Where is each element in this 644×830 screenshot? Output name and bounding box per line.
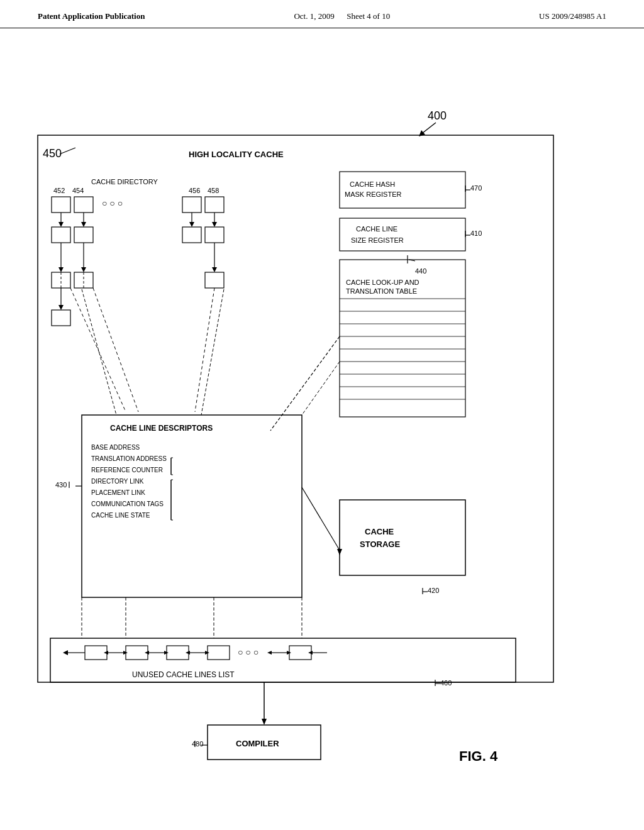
unused-box-4	[208, 646, 230, 660]
header-sheet: Sheet 4 of 10	[347, 11, 390, 21]
svg-marker-16	[81, 267, 86, 272]
main-diagram: 400 450 HIGH LOCALITY CACHE CACHE DIRECT…	[0, 28, 644, 821]
ref-480: 480	[192, 740, 203, 748]
cd-box-3-3	[205, 272, 224, 288]
ref-450: 450	[43, 147, 62, 160]
ref-440: 440	[415, 267, 426, 275]
page-header: Patent Application Publication Oct. 1, 2…	[0, 0, 644, 28]
cd-box-2-1	[52, 227, 70, 243]
header-date-sheet: Oct. 1, 2009 Sheet 4 of 10	[294, 11, 390, 21]
ref-470: 470	[470, 184, 482, 192]
svg-line-23	[70, 288, 126, 412]
svg-marker-4	[58, 222, 64, 227]
unused-label: UNUSED CACHE LINES LIST	[132, 670, 235, 679]
comm-tags: COMMUNICATION TAGS	[91, 501, 164, 507]
svg-marker-10	[212, 222, 217, 227]
compiler-label: COMPILER	[236, 739, 279, 748]
cache-line-size-label2: SIZE REGISTER	[351, 236, 404, 244]
lookup-label2: TRANSLATION TABLE	[346, 287, 417, 295]
dir-link: DIRECTORY LINK	[91, 478, 144, 485]
cache-storage-label1: CACHE	[365, 527, 394, 536]
svg-line-2	[60, 148, 75, 154]
cache-line-size-label1: CACHE LINE	[356, 225, 397, 233]
high-locality-cache-label: HIGH LOCALITY CACHE	[189, 150, 284, 159]
ref-420: 420	[428, 587, 439, 594]
svg-line-39	[270, 336, 340, 431]
header-publication: Patent Application Publication	[38, 11, 145, 21]
svg-marker-70	[308, 651, 313, 655]
fig-label: FIG. 4	[459, 748, 498, 764]
ref-400: 400	[428, 109, 447, 122]
unused-box-last	[289, 646, 311, 660]
dots-2: ○ ○ ○	[238, 647, 258, 657]
ref-410: 410	[470, 230, 482, 237]
unused-cache-lines-box	[50, 638, 516, 682]
ref-454: 454	[72, 187, 84, 194]
svg-marker-61	[145, 651, 149, 655]
svg-line-0	[421, 123, 436, 134]
svg-marker-76	[262, 719, 267, 725]
cd-box-1-3	[182, 197, 201, 213]
svg-marker-58	[104, 651, 108, 655]
trans-addr: TRANSLATION ADDRESS	[91, 455, 167, 462]
dots-1: ○ ○ ○	[102, 198, 123, 208]
cache-storage-label2: STORAGE	[360, 540, 400, 549]
ref-430: 430	[55, 481, 67, 489]
ref-456: 456	[189, 187, 200, 194]
svg-marker-14	[58, 267, 64, 272]
lookup-label1: CACHE LOOK-UP AND	[346, 279, 419, 286]
header-date: Oct. 1, 2009	[294, 11, 334, 21]
cd-box-2-2	[74, 227, 93, 243]
cd-box-1-1	[52, 197, 70, 213]
desc-label: CACHE LINE DESCRIPTORS	[110, 424, 213, 433]
base-addr: BASE ADDRESS	[91, 444, 140, 451]
svg-line-48	[302, 487, 340, 550]
svg-marker-20	[58, 305, 64, 310]
cache-hash-box	[340, 172, 465, 208]
svg-marker-64	[186, 651, 190, 655]
unused-box-2	[126, 646, 148, 660]
cache-hash-label2: MASK REGISTER	[345, 191, 402, 198]
svg-marker-18	[212, 267, 217, 272]
header-patent-number: US 2009/248985 A1	[539, 11, 606, 21]
cd-box-1-2	[74, 197, 93, 213]
cd-box-1-4	[205, 197, 224, 213]
cd-box-2-4	[205, 227, 224, 243]
diagram-area: 400 450 HIGH LOCALITY CACHE CACHE DIRECT…	[0, 28, 644, 821]
place-link: PLACEMENT LINK	[91, 489, 145, 496]
ref-452: 452	[53, 187, 65, 194]
unused-box-1	[85, 646, 107, 660]
ref-460: 460	[440, 679, 452, 687]
svg-marker-8	[189, 222, 194, 227]
svg-marker-6	[81, 222, 86, 227]
cache-storage-box	[340, 500, 465, 575]
svg-line-54	[302, 362, 340, 415]
svg-line-25	[195, 288, 214, 412]
outer-box	[38, 135, 553, 682]
cache-hash-label1: CACHE HASH	[350, 180, 395, 188]
svg-marker-67	[267, 651, 272, 655]
ref-458: 458	[208, 187, 219, 194]
cd-box-4-1	[52, 310, 70, 326]
svg-line-24	[93, 288, 138, 412]
unused-box-3	[167, 646, 189, 660]
ref-counter: REFERENCE COUNTER	[91, 467, 163, 473]
cd-box-2-3	[182, 227, 201, 243]
cache-line-size-box	[340, 218, 465, 251]
cache-line-state: CACHE LINE STATE	[91, 512, 150, 519]
cache-directory-label: CACHE DIRECTORY	[91, 178, 158, 185]
